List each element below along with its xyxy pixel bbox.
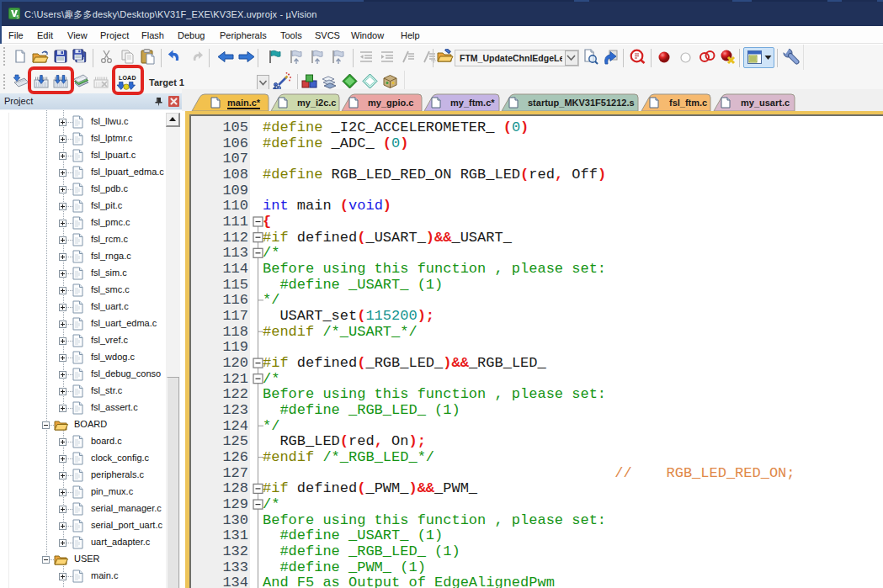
svg-text:5: 5 [17, 14, 19, 19]
